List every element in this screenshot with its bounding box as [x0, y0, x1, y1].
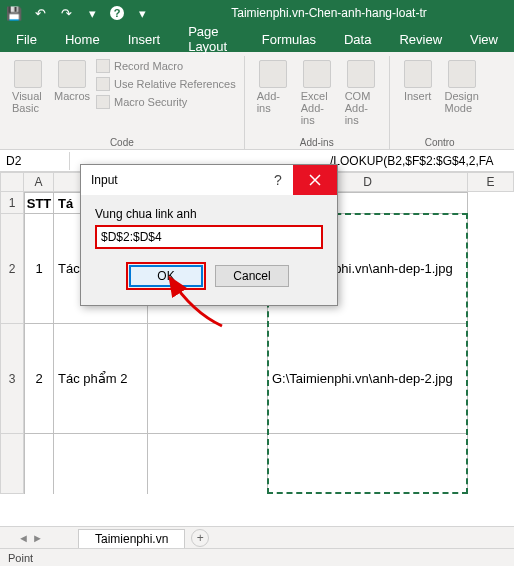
window-title: Taimienphi.vn-Chen-anh-hang-loat-tr — [150, 6, 508, 20]
col-header-a[interactable]: A — [24, 172, 54, 192]
cell-c-2[interactable] — [147, 323, 268, 434]
menu-bar: File Home Insert Page Layout Formulas Da… — [0, 26, 514, 52]
dialog-range-input[interactable] — [95, 225, 323, 249]
row-header-2[interactable]: 2 — [0, 214, 24, 324]
header-stt[interactable]: STT — [24, 192, 54, 214]
new-sheet-button[interactable]: + — [191, 529, 209, 547]
addins-icon — [259, 60, 287, 88]
cell-name-2[interactable]: Tác phẩm 2 — [53, 323, 148, 434]
dialog-field-label: Vung chua link anh — [95, 207, 323, 221]
cell-name-3[interactable] — [53, 433, 148, 494]
ribbon-label-controls: Contro — [425, 137, 455, 150]
save-icon[interactable]: 💾 — [6, 5, 22, 21]
dialog-close-button[interactable] — [293, 165, 337, 195]
visual-basic-button[interactable]: Visual Basic — [8, 58, 48, 116]
title-bar: 💾 ↶ ↷ ▾ ? ▾ Taimienphi.vn-Chen-anh-hang-… — [0, 0, 514, 26]
menu-review[interactable]: Review — [385, 27, 456, 52]
close-icon — [309, 174, 321, 186]
excel-addins-button[interactable]: Excel Add-ins — [297, 58, 337, 128]
menu-data[interactable]: Data — [330, 27, 385, 52]
ribbon-group-controls: Insert Design Mode Contro — [390, 56, 490, 150]
menu-home[interactable]: Home — [51, 27, 114, 52]
name-box[interactable]: D2 — [0, 152, 70, 170]
macros-icon — [58, 60, 86, 88]
ribbon: Visual Basic Macros Record Macro Use Rel… — [0, 52, 514, 150]
undo-icon[interactable]: ↶ — [32, 5, 48, 21]
cancel-button[interactable]: Cancel — [215, 265, 289, 287]
ribbon-label-addins: Add-ins — [300, 137, 334, 150]
macro-security-button[interactable]: Macro Security — [96, 94, 236, 110]
status-mode: Point — [8, 552, 33, 564]
dialog-titlebar[interactable]: Input ? — [81, 165, 337, 195]
dropdown-icon[interactable]: ▾ — [134, 5, 150, 21]
record-icon — [96, 59, 110, 73]
ribbon-label-code: Code — [110, 137, 134, 150]
insert-control-button[interactable]: Insert — [398, 58, 438, 116]
dialog-help-button[interactable]: ? — [263, 172, 293, 188]
ribbon-group-addins: Add-ins Excel Add-ins COM Add-ins Add-in… — [245, 56, 390, 150]
visual-basic-icon — [14, 60, 42, 88]
menu-file[interactable]: File — [2, 27, 51, 52]
row-header-4[interactable] — [0, 434, 24, 494]
col-header-e[interactable]: E — [468, 172, 514, 192]
insert-control-icon — [404, 60, 432, 88]
com-addins-button[interactable]: COM Add-ins — [341, 58, 381, 128]
sheet-tab-bar: ◄ ► Taimienphi.vn + — [0, 526, 514, 548]
ribbon-group-code: Visual Basic Macros Record Macro Use Rel… — [0, 56, 245, 150]
cell-link-2[interactable]: G:\Taimienphi.vn\anh-dep-2.jpg — [267, 323, 468, 434]
redo-icon[interactable]: ↷ — [58, 5, 74, 21]
menu-page-layout[interactable]: Page Layout — [174, 19, 248, 59]
menu-view[interactable]: View — [456, 27, 512, 52]
cell-stt-1[interactable]: 1 — [24, 213, 54, 324]
addins-button[interactable]: Add-ins — [253, 58, 293, 128]
sheet-tab-active[interactable]: Taimienphi.vn — [78, 529, 185, 548]
row-header-1[interactable]: 1 — [0, 192, 24, 214]
record-macro-button[interactable]: Record Macro — [96, 58, 236, 74]
excel-addins-icon — [303, 60, 331, 88]
customize-dropdown-icon[interactable]: ▾ — [84, 5, 100, 21]
security-icon — [96, 95, 110, 109]
ok-button[interactable]: OK — [129, 265, 203, 287]
help-icon[interactable]: ? — [110, 6, 124, 20]
menu-formulas[interactable]: Formulas — [248, 27, 330, 52]
use-relative-button[interactable]: Use Relative References — [96, 76, 236, 92]
cell-stt-3[interactable] — [24, 433, 54, 494]
menu-insert[interactable]: Insert — [114, 27, 175, 52]
input-dialog: Input ? Vung chua link anh OK Cancel — [80, 164, 338, 306]
relative-icon — [96, 77, 110, 91]
design-mode-icon — [448, 60, 476, 88]
cell-link-3[interactable] — [267, 433, 468, 494]
row-header-3[interactable]: 3 — [0, 324, 24, 434]
macros-button[interactable]: Macros — [52, 58, 92, 116]
tab-nav[interactable]: ◄ ► — [18, 532, 78, 544]
select-all-corner[interactable] — [0, 172, 24, 192]
row-headers: 1 2 3 — [0, 192, 24, 494]
quick-access-toolbar: 💾 ↶ ↷ ▾ ? ▾ — [6, 5, 150, 21]
cell-c-3[interactable] — [147, 433, 268, 494]
status-bar: Point — [0, 548, 514, 566]
cell-stt-2[interactable]: 2 — [24, 323, 54, 434]
com-addins-icon — [347, 60, 375, 88]
design-mode-button[interactable]: Design Mode — [442, 58, 482, 116]
dialog-title: Input — [81, 173, 263, 187]
